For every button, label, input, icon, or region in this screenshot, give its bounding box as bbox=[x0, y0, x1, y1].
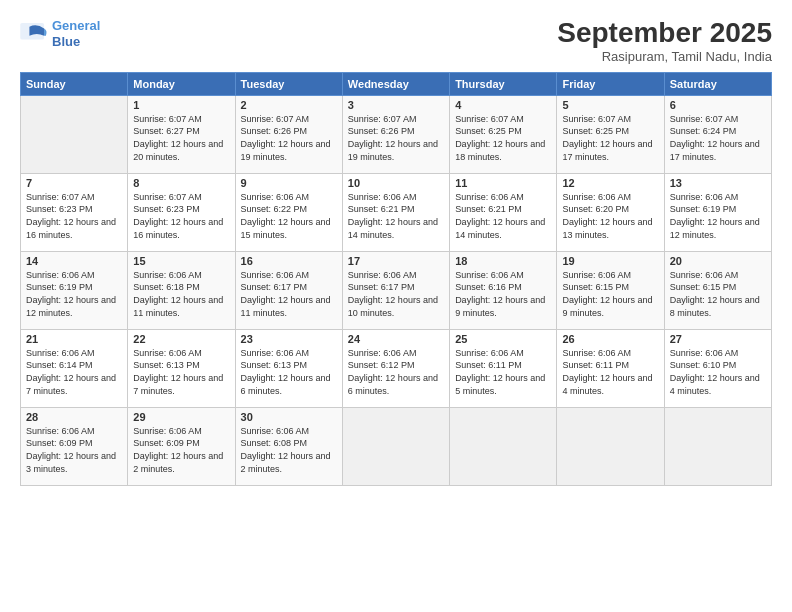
day-cell: 19Sunrise: 6:06 AMSunset: 6:15 PMDayligh… bbox=[557, 251, 664, 329]
day-number: 18 bbox=[455, 255, 551, 267]
day-info: Sunrise: 6:06 AMSunset: 6:12 PMDaylight:… bbox=[348, 347, 444, 397]
day-cell: 14Sunrise: 6:06 AMSunset: 6:19 PMDayligh… bbox=[21, 251, 128, 329]
day-number: 23 bbox=[241, 333, 337, 345]
day-cell bbox=[342, 407, 449, 485]
day-info: Sunrise: 6:07 AMSunset: 6:24 PMDaylight:… bbox=[670, 113, 766, 163]
day-cell: 28Sunrise: 6:06 AMSunset: 6:09 PMDayligh… bbox=[21, 407, 128, 485]
day-cell: 22Sunrise: 6:06 AMSunset: 6:13 PMDayligh… bbox=[128, 329, 235, 407]
day-info: Sunrise: 6:06 AMSunset: 6:09 PMDaylight:… bbox=[26, 425, 122, 475]
day-cell: 3Sunrise: 6:07 AMSunset: 6:26 PMDaylight… bbox=[342, 95, 449, 173]
day-info: Sunrise: 6:06 AMSunset: 6:11 PMDaylight:… bbox=[455, 347, 551, 397]
day-info: Sunrise: 6:06 AMSunset: 6:08 PMDaylight:… bbox=[241, 425, 337, 475]
day-cell: 20Sunrise: 6:06 AMSunset: 6:15 PMDayligh… bbox=[664, 251, 771, 329]
day-number: 29 bbox=[133, 411, 229, 423]
day-number: 26 bbox=[562, 333, 658, 345]
month-title: September 2025 bbox=[557, 18, 772, 49]
day-info: Sunrise: 6:06 AMSunset: 6:15 PMDaylight:… bbox=[562, 269, 658, 319]
day-info: Sunrise: 6:06 AMSunset: 6:19 PMDaylight:… bbox=[670, 191, 766, 241]
day-cell: 30Sunrise: 6:06 AMSunset: 6:08 PMDayligh… bbox=[235, 407, 342, 485]
day-info: Sunrise: 6:06 AMSunset: 6:15 PMDaylight:… bbox=[670, 269, 766, 319]
day-cell: 2Sunrise: 6:07 AMSunset: 6:26 PMDaylight… bbox=[235, 95, 342, 173]
day-info: Sunrise: 6:07 AMSunset: 6:23 PMDaylight:… bbox=[26, 191, 122, 241]
day-cell: 27Sunrise: 6:06 AMSunset: 6:10 PMDayligh… bbox=[664, 329, 771, 407]
location: Rasipuram, Tamil Nadu, India bbox=[557, 49, 772, 64]
title-block: September 2025 Rasipuram, Tamil Nadu, In… bbox=[557, 18, 772, 64]
day-info: Sunrise: 6:06 AMSunset: 6:17 PMDaylight:… bbox=[241, 269, 337, 319]
day-info: Sunrise: 6:07 AMSunset: 6:23 PMDaylight:… bbox=[133, 191, 229, 241]
header-tuesday: Tuesday bbox=[235, 72, 342, 95]
day-number: 27 bbox=[670, 333, 766, 345]
day-info: Sunrise: 6:06 AMSunset: 6:13 PMDaylight:… bbox=[133, 347, 229, 397]
day-info: Sunrise: 6:06 AMSunset: 6:21 PMDaylight:… bbox=[348, 191, 444, 241]
day-cell: 5Sunrise: 6:07 AMSunset: 6:25 PMDaylight… bbox=[557, 95, 664, 173]
week-row-0: 1Sunrise: 6:07 AMSunset: 6:27 PMDaylight… bbox=[21, 95, 772, 173]
calendar-table: Sunday Monday Tuesday Wednesday Thursday… bbox=[20, 72, 772, 486]
week-row-3: 21Sunrise: 6:06 AMSunset: 6:14 PMDayligh… bbox=[21, 329, 772, 407]
day-cell: 29Sunrise: 6:06 AMSunset: 6:09 PMDayligh… bbox=[128, 407, 235, 485]
day-cell: 12Sunrise: 6:06 AMSunset: 6:20 PMDayligh… bbox=[557, 173, 664, 251]
header-sunday: Sunday bbox=[21, 72, 128, 95]
day-number: 24 bbox=[348, 333, 444, 345]
day-info: Sunrise: 6:07 AMSunset: 6:27 PMDaylight:… bbox=[133, 113, 229, 163]
day-number: 14 bbox=[26, 255, 122, 267]
day-number: 17 bbox=[348, 255, 444, 267]
day-cell: 13Sunrise: 6:06 AMSunset: 6:19 PMDayligh… bbox=[664, 173, 771, 251]
header-row: Sunday Monday Tuesday Wednesday Thursday… bbox=[21, 72, 772, 95]
day-cell bbox=[21, 95, 128, 173]
week-row-2: 14Sunrise: 6:06 AMSunset: 6:19 PMDayligh… bbox=[21, 251, 772, 329]
day-number: 25 bbox=[455, 333, 551, 345]
day-cell: 9Sunrise: 6:06 AMSunset: 6:22 PMDaylight… bbox=[235, 173, 342, 251]
logo: General Blue bbox=[20, 18, 100, 49]
day-info: Sunrise: 6:06 AMSunset: 6:21 PMDaylight:… bbox=[455, 191, 551, 241]
day-cell: 10Sunrise: 6:06 AMSunset: 6:21 PMDayligh… bbox=[342, 173, 449, 251]
day-info: Sunrise: 6:06 AMSunset: 6:20 PMDaylight:… bbox=[562, 191, 658, 241]
day-cell: 21Sunrise: 6:06 AMSunset: 6:14 PMDayligh… bbox=[21, 329, 128, 407]
page: General Blue September 2025 Rasipuram, T… bbox=[0, 0, 792, 612]
day-cell: 11Sunrise: 6:06 AMSunset: 6:21 PMDayligh… bbox=[450, 173, 557, 251]
day-number: 20 bbox=[670, 255, 766, 267]
day-number: 1 bbox=[133, 99, 229, 111]
day-number: 6 bbox=[670, 99, 766, 111]
day-number: 21 bbox=[26, 333, 122, 345]
day-number: 16 bbox=[241, 255, 337, 267]
day-info: Sunrise: 6:06 AMSunset: 6:13 PMDaylight:… bbox=[241, 347, 337, 397]
day-info: Sunrise: 6:07 AMSunset: 6:25 PMDaylight:… bbox=[455, 113, 551, 163]
day-cell: 23Sunrise: 6:06 AMSunset: 6:13 PMDayligh… bbox=[235, 329, 342, 407]
logo-text: General Blue bbox=[52, 18, 100, 49]
header-monday: Monday bbox=[128, 72, 235, 95]
day-info: Sunrise: 6:07 AMSunset: 6:26 PMDaylight:… bbox=[241, 113, 337, 163]
day-number: 4 bbox=[455, 99, 551, 111]
day-info: Sunrise: 6:07 AMSunset: 6:25 PMDaylight:… bbox=[562, 113, 658, 163]
day-cell: 18Sunrise: 6:06 AMSunset: 6:16 PMDayligh… bbox=[450, 251, 557, 329]
day-cell: 7Sunrise: 6:07 AMSunset: 6:23 PMDaylight… bbox=[21, 173, 128, 251]
day-number: 5 bbox=[562, 99, 658, 111]
day-number: 22 bbox=[133, 333, 229, 345]
header-saturday: Saturday bbox=[664, 72, 771, 95]
logo-line2: Blue bbox=[52, 34, 80, 49]
day-info: Sunrise: 6:06 AMSunset: 6:19 PMDaylight:… bbox=[26, 269, 122, 319]
day-cell bbox=[450, 407, 557, 485]
day-number: 12 bbox=[562, 177, 658, 189]
header-friday: Friday bbox=[557, 72, 664, 95]
day-info: Sunrise: 6:06 AMSunset: 6:14 PMDaylight:… bbox=[26, 347, 122, 397]
day-info: Sunrise: 6:06 AMSunset: 6:10 PMDaylight:… bbox=[670, 347, 766, 397]
day-number: 3 bbox=[348, 99, 444, 111]
day-number: 7 bbox=[26, 177, 122, 189]
day-number: 15 bbox=[133, 255, 229, 267]
logo-icon bbox=[20, 23, 48, 45]
week-row-1: 7Sunrise: 6:07 AMSunset: 6:23 PMDaylight… bbox=[21, 173, 772, 251]
day-cell bbox=[557, 407, 664, 485]
day-cell bbox=[664, 407, 771, 485]
day-cell: 17Sunrise: 6:06 AMSunset: 6:17 PMDayligh… bbox=[342, 251, 449, 329]
day-info: Sunrise: 6:06 AMSunset: 6:22 PMDaylight:… bbox=[241, 191, 337, 241]
day-number: 13 bbox=[670, 177, 766, 189]
day-cell: 4Sunrise: 6:07 AMSunset: 6:25 PMDaylight… bbox=[450, 95, 557, 173]
week-row-4: 28Sunrise: 6:06 AMSunset: 6:09 PMDayligh… bbox=[21, 407, 772, 485]
day-number: 28 bbox=[26, 411, 122, 423]
day-cell: 1Sunrise: 6:07 AMSunset: 6:27 PMDaylight… bbox=[128, 95, 235, 173]
day-cell: 16Sunrise: 6:06 AMSunset: 6:17 PMDayligh… bbox=[235, 251, 342, 329]
day-number: 10 bbox=[348, 177, 444, 189]
day-info: Sunrise: 6:06 AMSunset: 6:17 PMDaylight:… bbox=[348, 269, 444, 319]
day-info: Sunrise: 6:06 AMSunset: 6:11 PMDaylight:… bbox=[562, 347, 658, 397]
logo-line1: General bbox=[52, 18, 100, 33]
